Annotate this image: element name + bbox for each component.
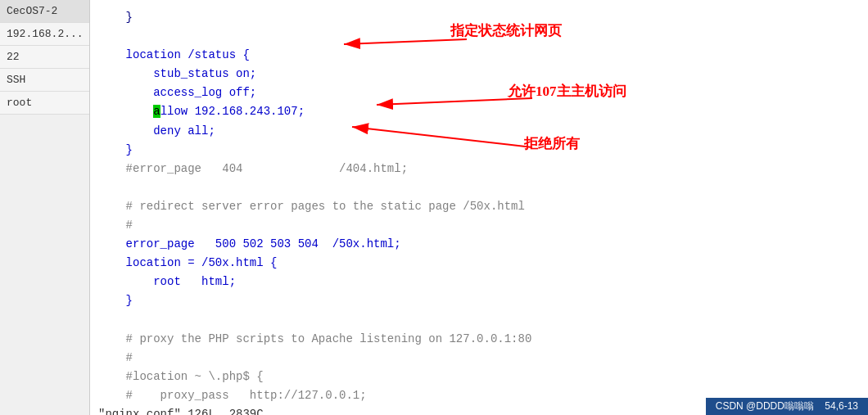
code-line-comment-redirect: # redirect server error pages to the sta… bbox=[98, 197, 852, 216]
main-content: } location /status { stub_status on; acc… bbox=[90, 0, 868, 415]
code-line-root: root html; bbox=[98, 273, 852, 291]
line-info: 54,6-13 bbox=[825, 400, 858, 412]
code-line-error500: error_page 500 502 503 504 /50x.html; bbox=[98, 235, 852, 254]
code-line-comment-proxy: # proxy the PHP scripts to Apache listen… bbox=[98, 330, 852, 349]
code-line-allow: allow 192.168.243.107; bbox=[98, 102, 852, 121]
code-line-stub: stub_status on; bbox=[98, 65, 852, 83]
sidebar-item-ip[interactable]: 192.168.2... bbox=[0, 23, 89, 46]
csdn-label: CSDN @DDDD嗡嗡嗡 bbox=[716, 400, 814, 412]
code-line-close2: } bbox=[98, 291, 852, 310]
code-area: } location /status { stub_status on; acc… bbox=[98, 8, 852, 415]
bottom-bar: CSDN @DDDD嗡嗡嗡 54,6-13 bbox=[706, 398, 868, 415]
sidebar-item-hostname[interactable]: CecOS7-2 bbox=[0, 0, 89, 23]
code-line-deny: deny all; bbox=[98, 122, 852, 141]
code-line-error404: #error_page 404 /404.html; bbox=[98, 160, 852, 178]
sidebar-item-protocol[interactable]: SSH bbox=[0, 69, 89, 92]
code-line-comment-hash: # bbox=[98, 216, 852, 235]
code-line-location: location /status { bbox=[98, 46, 852, 65]
code-line-close: } bbox=[98, 141, 852, 160]
code-line-location-php: #location ~ \.php$ { bbox=[98, 368, 852, 386]
code-line-access: access_log off; bbox=[98, 83, 852, 102]
sidebar-item-port[interactable]: 22 bbox=[0, 46, 89, 69]
sidebar: CecOS7-2 192.168.2... 22 SSH root bbox=[0, 0, 90, 415]
code-line-comment-hash2: # bbox=[98, 349, 852, 368]
code-line-blank1 bbox=[98, 27, 852, 46]
code-line-blank3 bbox=[98, 311, 852, 330]
code-line-location50x: location = /50x.html { bbox=[98, 254, 852, 273]
code-line-1: } bbox=[98, 8, 852, 27]
code-line-blank2 bbox=[98, 178, 852, 197]
sidebar-item-user[interactable]: root bbox=[0, 92, 89, 115]
